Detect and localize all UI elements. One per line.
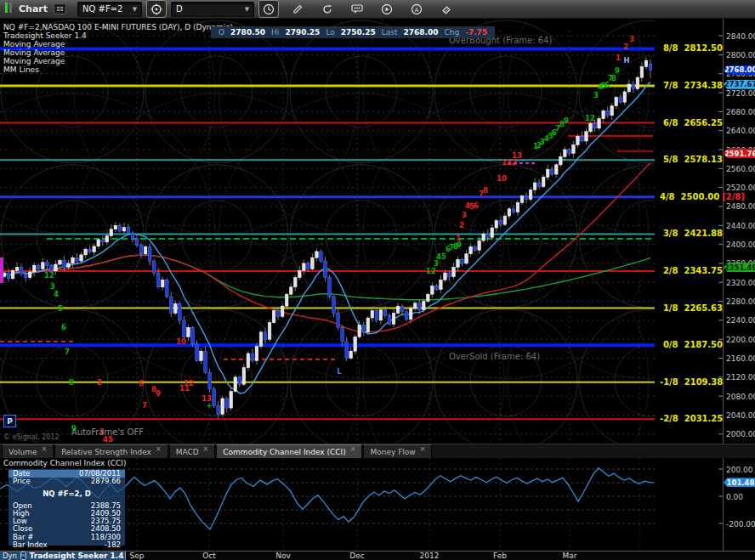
dw-field-value: 2879.66	[91, 478, 121, 485]
price-plot[interactable]: 1234567892345678910111213+L1234567891234…	[0, 19, 755, 444]
candle	[110, 229, 113, 236]
pivot-badge[interactable]: P	[3, 415, 16, 427]
chevron-down-icon: ▼	[133, 6, 137, 13]
candle	[32, 265, 36, 272]
dw-field-label: Bar Index	[13, 541, 48, 549]
autotrade-button[interactable]: A	[407, 1, 426, 17]
interval-combo[interactable]: D ▼	[171, 2, 254, 17]
candle	[183, 320, 186, 337]
candle	[413, 303, 417, 308]
candle	[225, 399, 229, 408]
candle	[204, 351, 207, 372]
candle	[495, 221, 498, 228]
candle	[422, 302, 425, 310]
high-value: 2790.25	[285, 28, 320, 37]
tab-close-icon[interactable]: ×	[41, 445, 47, 453]
candle	[409, 308, 412, 320]
setup-count-label: 9	[615, 66, 620, 75]
candle	[230, 392, 233, 409]
setup-count-label: H	[623, 56, 629, 65]
candle	[161, 280, 164, 286]
candle	[452, 267, 456, 276]
murrey-fraction: -2/8	[660, 414, 678, 423]
study-label: Moving Average	[3, 40, 233, 48]
candle	[93, 246, 96, 252]
tab-money-flow[interactable]: Money Flow×	[363, 444, 432, 458]
candle	[564, 150, 567, 156]
eraser-icon	[440, 3, 452, 15]
clipped-candle	[0, 257, 3, 283]
tab-commodity-channel-index-cci-[interactable]: Commodity Channel Index (CCI)×	[216, 444, 362, 458]
candle	[20, 267, 23, 274]
tab-macd[interactable]: MACD×	[169, 444, 216, 458]
x-axis-label-2012: 2012	[420, 552, 440, 560]
price-tick-label: 2520.00	[726, 184, 755, 192]
candle	[15, 267, 19, 270]
murrey-price: 2656.25	[684, 118, 723, 127]
candle	[303, 263, 306, 270]
dw-symbol-title: NQ #F=2, D	[9, 489, 125, 500]
murrey-price: 2500.00	[681, 192, 720, 201]
setup-count-label: +	[206, 401, 212, 410]
tab-close-icon[interactable]: ×	[203, 445, 209, 453]
x-axis-label-oct: Oct	[202, 552, 216, 560]
candle	[221, 399, 224, 414]
candle	[478, 240, 481, 250]
candle	[461, 259, 464, 263]
murrey-fraction: 5/8	[660, 155, 678, 164]
tab-volume[interactable]: Volume×	[2, 444, 54, 458]
tradesight-icon: ts	[20, 552, 26, 560]
quote-button[interactable]	[348, 1, 366, 17]
candle	[179, 303, 182, 320]
eraser-button[interactable]	[437, 1, 456, 17]
candle	[581, 136, 584, 141]
replay-button[interactable]	[378, 1, 396, 17]
play-icon	[381, 3, 393, 15]
price-tick-label: 2640.00	[726, 127, 755, 135]
candle	[627, 84, 631, 92]
candle	[550, 169, 553, 174]
murrey-fraction: 0/8	[660, 340, 678, 349]
tab-close-icon[interactable]: ×	[350, 445, 356, 453]
candle	[554, 165, 558, 174]
change-value: -7.75	[465, 28, 487, 37]
reload-button[interactable]	[318, 1, 337, 17]
tab-relative-strength-index[interactable]: Relative Strength Index×	[54, 444, 167, 458]
price-tick-label: 2160.00	[726, 354, 755, 363]
draw-button[interactable]	[288, 1, 307, 17]
candle	[366, 318, 370, 332]
cci-tick-label: -200.00	[726, 520, 755, 529]
candle	[619, 98, 622, 103]
layout-badge-icon[interactable]	[54, 3, 66, 14]
candle	[165, 280, 168, 297]
murrey-price: 2109.38	[684, 377, 724, 387]
candle	[114, 225, 117, 229]
price-tick-label: 2480.00	[726, 202, 755, 211]
candle	[281, 306, 284, 316]
candle	[358, 325, 361, 337]
candle	[11, 270, 14, 278]
candle	[405, 312, 408, 320]
candle	[37, 265, 40, 269]
candle	[187, 327, 190, 337]
candle	[285, 294, 288, 306]
candle	[84, 249, 88, 255]
tab-close-icon[interactable]: ×	[420, 445, 426, 453]
time-template-button[interactable]	[258, 0, 279, 18]
candle	[623, 92, 627, 102]
symbol-target-button[interactable]	[146, 0, 167, 18]
change-label: Chg	[445, 28, 460, 37]
candle	[448, 273, 451, 276]
symbol-combo[interactable]: NQ #F=2 ▼	[77, 2, 142, 17]
last-label: Last	[382, 28, 398, 37]
candle	[529, 189, 532, 199]
cci-tick-label: 200.00	[726, 466, 753, 474]
candle	[606, 110, 610, 116]
murrey-fraction: 7/8	[660, 81, 678, 90]
dw-field-value: -182	[105, 541, 121, 549]
tab-close-icon[interactable]: ×	[156, 445, 162, 453]
setup-count-label: 9	[564, 116, 569, 125]
high-label: Hi	[271, 28, 279, 37]
esignal-copyright: © eSignal, 2012	[3, 433, 59, 441]
tab-label: MACD	[176, 448, 199, 456]
